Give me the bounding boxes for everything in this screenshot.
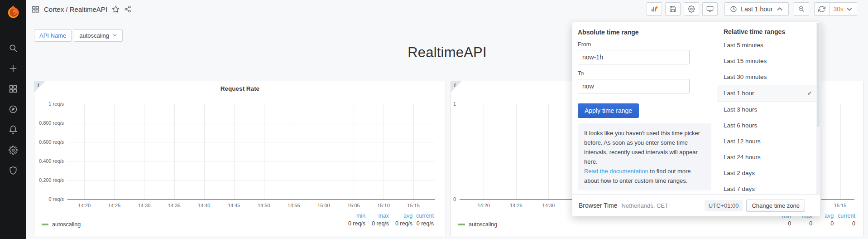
variable-value-dropdown[interactable]: autoscaling <box>74 29 123 42</box>
relative-range-label: Last 30 minutes <box>724 73 767 80</box>
chevron-down-icon <box>112 32 117 39</box>
explore-compass-icon[interactable] <box>9 105 18 114</box>
legend-stat-header[interactable]: min <box>345 213 365 219</box>
x-axis-tick-label: 15:15 <box>402 203 425 208</box>
alerting-bell-icon[interactable] <box>9 125 18 134</box>
time-zone-name: Netherlands, CET <box>622 202 668 209</box>
apply-time-range-button[interactable]: Apply time range <box>578 103 639 118</box>
legend-stat-header[interactable]: current <box>416 213 434 219</box>
refresh-button[interactable] <box>814 2 830 16</box>
legend-series-name[interactable]: autoscaling <box>52 221 81 228</box>
refresh-interval-button[interactable]: 30s <box>829 2 857 16</box>
utc-offset-badge: UTC+01:00 <box>705 200 743 211</box>
time-zone-footer: Browser Time Netherlands, CET UTC+01:00 … <box>572 194 820 216</box>
star-icon[interactable] <box>112 5 120 13</box>
relative-range-option[interactable]: Last 5 minutes <box>717 37 820 53</box>
relative-range-label: Last 2 days <box>724 170 755 176</box>
y-axis-tick-label: 1 req/s <box>34 101 64 107</box>
from-input[interactable] <box>578 50 690 64</box>
panel-request-rate[interactable]: iRequest Rate1 req/s0.800 req/s0.600 req… <box>34 81 446 236</box>
from-label: From <box>578 41 711 48</box>
x-axis-tick-label: 15:00 <box>312 203 335 208</box>
legend-stat-header[interactable]: max <box>369 213 389 219</box>
relative-range-label: Last 1 hour <box>724 90 754 97</box>
relative-range-label: Last 15 minutes <box>724 58 767 64</box>
relative-range-label: Last 12 hours <box>724 138 761 145</box>
template-variable-row: API Name autoscaling <box>34 29 123 42</box>
relative-range-option[interactable]: Last 1 hour✓ <box>717 85 820 102</box>
time-range-picker-button[interactable]: Last 1 hour <box>724 2 789 16</box>
variable-name-chip[interactable]: API Name <box>34 29 72 42</box>
legend-stat-value: 0 <box>795 220 812 227</box>
dashboard-grid-icon <box>32 5 39 13</box>
info-icon: i <box>454 82 456 88</box>
to-label: To <box>578 70 711 77</box>
legend-stat-value: 0 <box>838 220 855 227</box>
x-axis-tick-label: 14:35 <box>163 203 186 208</box>
legend-swatch <box>42 224 48 225</box>
relative-range-label: Last 7 days <box>724 185 755 192</box>
y-axis-tick-label: 0.800 req/s <box>34 120 64 126</box>
scrollbar[interactable] <box>816 23 820 194</box>
add-panel-button[interactable] <box>647 2 662 16</box>
variable-value-label: autoscaling <box>79 32 109 39</box>
legend-stat-value: 0 req/s <box>393 220 412 227</box>
check-icon: ✓ <box>807 90 812 97</box>
navbar: Cortex / RealtimeAPI Last 1 hour <box>26 0 868 18</box>
panel-title[interactable]: Request Rate <box>34 85 446 92</box>
x-axis-tick-label: 14:45 <box>223 203 245 208</box>
share-icon[interactable] <box>124 5 131 13</box>
x-axis-tick-label: 15:10 <box>372 203 395 208</box>
dashboards-icon[interactable] <box>9 84 18 93</box>
time-picker-info-box: It looks like you haven't used this time… <box>578 123 711 190</box>
change-time-zone-button[interactable]: Change time zone <box>746 200 805 212</box>
legend-stat-header[interactable]: current <box>838 213 855 219</box>
grafana-logo-icon[interactable] <box>5 3 22 20</box>
relative-ranges-list: Last 5 minutesLast 15 minutesLast 30 min… <box>717 37 820 197</box>
to-input[interactable] <box>578 79 690 93</box>
relative-range-option[interactable]: Last 7 days <box>717 181 820 197</box>
relative-range-option[interactable]: Last 2 days <box>717 165 820 181</box>
legend-series[interactable]: autoscaling <box>42 221 81 228</box>
dashboard-settings-button[interactable] <box>684 2 699 16</box>
relative-range-label: Last 24 hours <box>724 154 761 161</box>
x-axis-tick-label: 14:30 <box>133 203 155 208</box>
clock-icon <box>730 5 737 13</box>
relative-time-ranges-title: Relative time ranges <box>717 22 820 37</box>
relative-time-ranges-section: Relative time ranges Last 5 minutesLast … <box>717 22 820 194</box>
admin-shield-icon[interactable] <box>9 166 18 175</box>
configuration-gear-icon[interactable] <box>9 146 18 155</box>
documentation-link[interactable]: Read the documentation <box>584 168 648 175</box>
relative-range-option[interactable]: Last 3 hours <box>717 102 820 117</box>
legend-series-name[interactable]: autoscaling <box>469 221 497 228</box>
relative-range-label: Last 3 hours <box>724 106 757 113</box>
create-plus-icon[interactable] <box>9 64 18 73</box>
relative-range-option[interactable]: Last 12 hours <box>717 133 820 149</box>
relative-range-option[interactable]: Last 15 minutes <box>717 53 820 69</box>
scrollbar-thumb[interactable] <box>817 23 820 127</box>
legend-swatch <box>458 224 465 225</box>
x-axis-tick-label: 14:55 <box>283 203 305 208</box>
relative-range-option[interactable]: Last 6 hours <box>717 117 820 133</box>
legend-stat-value: 0 req/s <box>345 220 365 227</box>
zoom-out-button[interactable] <box>794 2 809 16</box>
x-axis-tick-label: 14:50 <box>253 203 275 208</box>
breadcrumb[interactable]: Cortex / RealtimeAPI <box>44 5 107 13</box>
variable-name-label: API Name <box>39 32 66 39</box>
y-axis-tick-label: 0.200 req/s <box>34 177 64 183</box>
chevron-down-icon <box>846 5 853 13</box>
relative-range-option[interactable]: Last 24 hours <box>717 149 820 165</box>
x-axis-tick-label: 14:30 <box>537 203 560 208</box>
chevron-up-icon <box>776 5 783 13</box>
legend-stat-value: 0 <box>816 220 834 227</box>
relative-range-option[interactable]: Last 30 minutes <box>717 69 820 85</box>
legend-series[interactable]: autoscaling <box>458 221 497 228</box>
y-axis-tick-label: 0.600 req/s <box>34 139 64 145</box>
relative-range-label: Last 6 hours <box>724 122 757 129</box>
panel-info-corner[interactable] <box>451 81 462 92</box>
y-axis-tick-label: 1 <box>451 101 456 107</box>
search-icon[interactable] <box>9 44 18 53</box>
kiosk-monitor-button[interactable] <box>702 2 718 16</box>
save-dashboard-button[interactable] <box>665 2 681 16</box>
legend-stat-header[interactable]: avg <box>393 213 412 219</box>
